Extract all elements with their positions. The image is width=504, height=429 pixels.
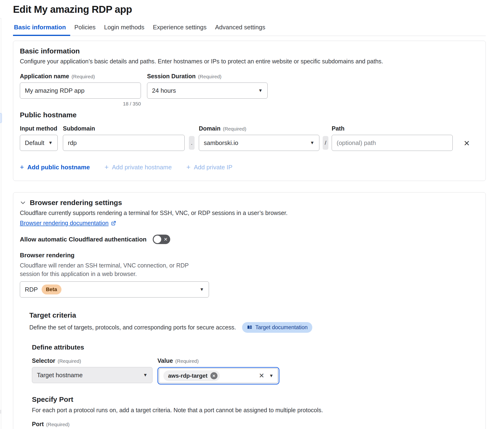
session-duration-label: Session Duration xyxy=(147,73,196,80)
tab-login-methods[interactable]: Login methods xyxy=(100,24,149,36)
path-label: Path xyxy=(332,125,345,132)
specify-port-heading: Specify Port xyxy=(32,395,479,403)
application-name-required: (Required) xyxy=(71,74,95,80)
hostname-links-row: + Add public hostname + Add private host… xyxy=(20,163,479,171)
toggle-knob xyxy=(154,236,161,243)
remove-hostname-icon[interactable]: ✕ xyxy=(463,140,471,147)
domain-select[interactable]: samborski.io ▼ xyxy=(199,135,319,151)
browser-rendering-card: Browser rendering settings Cloudflare cu… xyxy=(13,192,486,429)
session-duration-value: 24 hours xyxy=(152,87,176,94)
browser-rendering-doc-link[interactable]: Browser rendering documentation xyxy=(20,220,116,227)
browser-rendering-select[interactable]: RDP Beta ▼ xyxy=(20,281,209,297)
selector-label: Selector xyxy=(32,357,55,364)
add-private-ip-button[interactable]: + Add private IP xyxy=(186,163,232,171)
define-attributes-heading: Define attributes xyxy=(32,344,479,351)
port-required: (Required) xyxy=(46,422,70,427)
cloudflared-auth-row: Allow automatic Cloudflared authenticati… xyxy=(20,235,479,244)
browser-rendering-heading: Browser rendering settings xyxy=(30,199,122,207)
value-multiselect[interactable]: aws-rdp-target ✕ ✕ ▼ xyxy=(159,368,278,383)
target-criteria-section: Target criteria Define the set of target… xyxy=(29,311,479,429)
application-name-char-count: 18 / 350 xyxy=(20,101,141,107)
session-duration-select[interactable]: 24 hours ▼ xyxy=(147,82,268,99)
browser-rendering-select-description: Cloudflare will render an SSH terminal, … xyxy=(20,261,207,278)
add-private-hostname-label: Add private hostname xyxy=(112,164,172,171)
browser-rendering-collapse-header[interactable]: Browser rendering settings xyxy=(20,199,479,207)
left-page-border xyxy=(1,18,1,429)
define-attributes-section: Define attributes Selector (Required) Ta… xyxy=(32,344,479,429)
clear-value-icon[interactable]: ✕ xyxy=(259,373,264,379)
selector-required: (Required) xyxy=(58,358,81,364)
toggle-off-icon: ✕ xyxy=(164,236,168,242)
subdomain-label: Subdomain xyxy=(63,125,95,132)
application-name-input[interactable] xyxy=(20,82,141,99)
target-criteria-heading: Target criteria xyxy=(29,311,479,319)
external-link-icon xyxy=(111,221,116,226)
browser-rendering-doc-label: Browser rendering documentation xyxy=(20,220,108,227)
plus-icon: + xyxy=(20,163,24,171)
domain-required: (Required) xyxy=(223,126,246,132)
book-icon xyxy=(247,325,252,330)
tab-bar: Basic information Policies Login methods… xyxy=(13,24,486,36)
domain-label: Domain xyxy=(199,125,221,132)
add-private-hostname-button[interactable]: + Add private hostname xyxy=(105,163,172,171)
tab-experience-settings[interactable]: Experience settings xyxy=(149,24,211,36)
domain-value: samborski.io xyxy=(204,139,238,147)
slash-separator: / xyxy=(323,136,328,150)
add-public-hostname-label: Add public hostname xyxy=(27,164,90,171)
plus-icon: + xyxy=(186,163,191,171)
input-method-value: Default xyxy=(25,139,44,147)
basic-information-heading: Basic information xyxy=(20,47,479,55)
basic-fields-row: Application name (Required) 18 / 350 Ses… xyxy=(20,73,479,107)
specify-port-description: For each port a protocol runs on, add a … xyxy=(32,407,479,414)
chevron-down-icon xyxy=(20,200,26,206)
selector-value: Target hostname xyxy=(37,372,83,379)
dot-separator: . xyxy=(189,136,195,150)
chevron-down-icon: ▼ xyxy=(200,287,204,292)
input-method-select[interactable]: Default ▼ xyxy=(20,135,58,151)
tab-advanced-settings[interactable]: Advanced settings xyxy=(211,24,269,36)
page-title: Edit My amazing RDP app xyxy=(13,4,486,15)
value-label: Value xyxy=(158,357,173,364)
plus-icon: + xyxy=(105,163,109,171)
value-chip: aws-rdp-target ✕ xyxy=(163,370,220,381)
input-method-label: Input method xyxy=(20,125,57,132)
target-criteria-description: Define the set of targets, protocols, an… xyxy=(29,324,236,331)
chip-remove-icon[interactable]: ✕ xyxy=(210,372,218,379)
browser-rendering-select-label: Browser rendering xyxy=(20,252,479,259)
cloudflared-auth-toggle[interactable]: ✕ xyxy=(153,235,170,244)
browser-rendering-description: Cloudflare currently supports rendering … xyxy=(20,210,479,216)
session-duration-required: (Required) xyxy=(198,74,221,80)
public-hostname-row: Input method Default ▼ Subdomain . Domai… xyxy=(20,125,479,151)
basic-information-card: Basic information Configure your applica… xyxy=(13,41,486,181)
value-multiselect-focus-ring: aws-rdp-target ✕ ✕ ▼ xyxy=(158,367,279,384)
chevron-down-icon: ▼ xyxy=(48,140,53,145)
selector-select[interactable]: Target hostname ▼ xyxy=(32,367,152,383)
chevron-down-icon: ▼ xyxy=(310,140,314,145)
left-edge-artifact xyxy=(0,113,2,123)
cloudflared-auth-label: Allow automatic Cloudflared authenticati… xyxy=(20,236,147,243)
browser-rendering-value: RDP xyxy=(25,286,38,293)
public-hostname-heading: Public hostname xyxy=(20,111,479,119)
add-public-hostname-button[interactable]: + Add public hostname xyxy=(20,163,90,171)
chevron-down-icon[interactable]: ▼ xyxy=(269,373,274,378)
chevron-down-icon: ▼ xyxy=(143,373,148,378)
application-name-label: Application name xyxy=(20,73,69,80)
value-required: (Required) xyxy=(175,358,199,364)
tab-basic-information[interactable]: Basic information xyxy=(13,24,70,36)
value-chip-label: aws-rdp-target xyxy=(168,373,208,379)
chevron-down-icon: ▼ xyxy=(258,88,263,93)
main-content: Edit My amazing RDP app Basic informatio… xyxy=(13,0,486,429)
beta-badge: Beta xyxy=(42,285,62,295)
target-documentation-label: Target documentation xyxy=(255,324,308,331)
tab-policies[interactable]: Policies xyxy=(70,24,100,36)
add-private-ip-label: Add private IP xyxy=(194,164,232,171)
basic-information-description: Configure your application’s basic detai… xyxy=(20,58,479,65)
target-documentation-badge[interactable]: Target documentation xyxy=(242,322,312,333)
port-label: Port xyxy=(32,421,44,428)
left-edge-artifact-2 xyxy=(0,410,1,414)
path-input[interactable] xyxy=(332,135,453,151)
subdomain-input[interactable] xyxy=(63,135,185,151)
